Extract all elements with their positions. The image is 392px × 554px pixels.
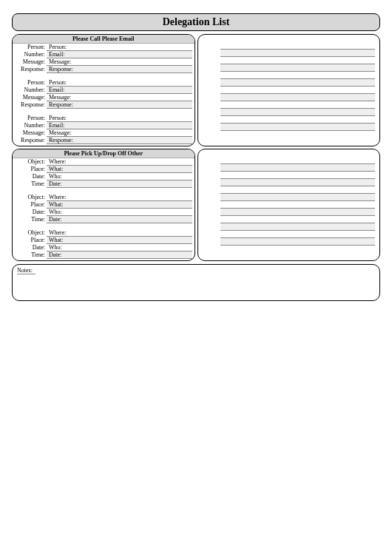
- field-line[interactable]: Who:: [47, 209, 192, 216]
- notes-label: Notes:: [17, 267, 36, 274]
- field-line[interactable]: Where:: [47, 194, 192, 201]
- write-line[interactable]: [220, 116, 376, 124]
- label: Date:: [15, 209, 47, 216]
- write-line[interactable]: [220, 209, 376, 216]
- label: Person:: [15, 79, 47, 87]
- field-line[interactable]: Message:: [47, 129, 192, 137]
- page-title: Delegation List: [12, 13, 380, 31]
- write-line[interactable]: [220, 109, 376, 116]
- write-line[interactable]: [220, 164, 376, 172]
- write-line[interactable]: [220, 87, 376, 94]
- label: Place:: [15, 201, 47, 209]
- write-line[interactable]: [220, 157, 376, 164]
- field-line[interactable]: Date:: [47, 251, 192, 259]
- write-line[interactable]: [220, 172, 376, 179]
- write-line[interactable]: [220, 194, 376, 201]
- panel-blank-2: [197, 149, 381, 261]
- label: Person:: [15, 44, 47, 51]
- panel-call-email-header: Please Call Please Email: [13, 35, 195, 44]
- write-line[interactable]: [220, 101, 376, 109]
- label: Place:: [15, 166, 47, 173]
- write-line[interactable]: [220, 94, 376, 101]
- field-line[interactable]: Date:: [47, 180, 192, 188]
- label: Place:: [15, 237, 47, 244]
- main-grid: Please Call Please Email Person:Person: …: [12, 34, 380, 261]
- field-line[interactable]: What:: [47, 201, 192, 209]
- label: Number:: [15, 51, 47, 58]
- field-line[interactable]: Who:: [47, 173, 192, 180]
- field-line[interactable]: Date:: [47, 216, 192, 223]
- panel-call-email: Please Call Please Email Person:Person: …: [12, 34, 195, 146]
- label: Date:: [15, 244, 47, 251]
- label: Object:: [15, 229, 47, 237]
- field-line[interactable]: Response:: [47, 101, 192, 109]
- field-line[interactable]: Message:: [47, 94, 192, 101]
- write-line[interactable]: [220, 231, 376, 238]
- field-line[interactable]: Email:: [47, 51, 192, 58]
- label: Time:: [15, 251, 47, 259]
- write-line[interactable]: [220, 79, 376, 87]
- write-line[interactable]: [220, 124, 376, 131]
- label: Message:: [15, 129, 47, 137]
- label: Object:: [15, 158, 47, 166]
- label: Number:: [15, 122, 47, 129]
- write-line[interactable]: [220, 179, 376, 186]
- write-line[interactable]: [220, 223, 376, 231]
- panel-pickup: Please Pick Up/Drop Off Other Object:Whe…: [12, 149, 195, 261]
- field-line[interactable]: Message:: [47, 58, 192, 66]
- field-line[interactable]: Email:: [47, 122, 192, 129]
- label: Message:: [15, 94, 47, 101]
- panel-blank-1: [197, 34, 381, 146]
- field-line[interactable]: Email:: [47, 87, 192, 94]
- label: Time:: [15, 180, 47, 188]
- field-line[interactable]: What:: [47, 166, 192, 173]
- label: Response:: [15, 66, 47, 73]
- label: Number:: [15, 87, 47, 94]
- label: Date:: [15, 173, 47, 180]
- label: Time:: [15, 216, 47, 223]
- panel-pickup-header: Please Pick Up/Drop Off Other: [13, 149, 195, 158]
- write-line[interactable]: [220, 186, 376, 194]
- field-line[interactable]: Where:: [47, 229, 192, 237]
- notes-panel[interactable]: Notes:: [12, 264, 380, 301]
- label: Response:: [15, 101, 47, 109]
- label: Object:: [15, 194, 47, 201]
- write-line[interactable]: [220, 238, 376, 246]
- write-line[interactable]: [220, 50, 376, 57]
- field-line[interactable]: Person:: [47, 44, 192, 51]
- write-line[interactable]: [220, 201, 376, 209]
- write-line[interactable]: [220, 72, 376, 79]
- field-line[interactable]: What:: [47, 237, 192, 244]
- write-line[interactable]: [220, 216, 376, 223]
- field-line[interactable]: Response:: [47, 66, 192, 73]
- label: Person:: [15, 115, 47, 122]
- field-line[interactable]: Response:: [47, 137, 192, 144]
- label: Response:: [15, 137, 47, 144]
- write-line[interactable]: [220, 57, 376, 64]
- write-line[interactable]: [220, 64, 376, 72]
- field-line[interactable]: Person:: [47, 79, 192, 87]
- write-line[interactable]: [220, 42, 376, 50]
- field-line[interactable]: Who:: [47, 244, 192, 251]
- field-line[interactable]: Person:: [47, 115, 192, 122]
- label: Message:: [15, 58, 47, 66]
- field-line[interactable]: Where:: [47, 158, 192, 166]
